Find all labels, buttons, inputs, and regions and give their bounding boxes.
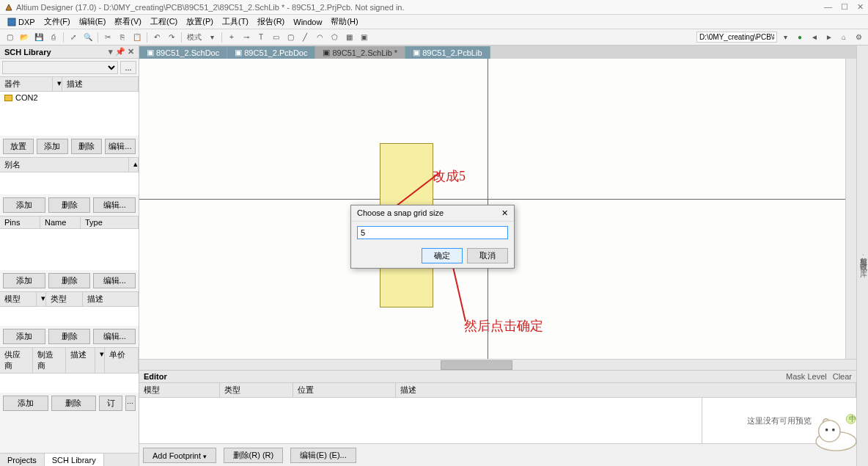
tab-pcbdoc[interactable]: ▣89C51_2.PcbDoc: [227, 46, 315, 59]
model-edit-button[interactable]: 编辑...: [93, 329, 136, 344]
editor-edit-button[interactable]: 编辑(E) (E)...: [290, 448, 356, 463]
edit-button[interactable]: 编辑...: [105, 139, 136, 154]
add-button[interactable]: 添加: [37, 139, 67, 154]
copy-icon[interactable]: ⎘: [116, 31, 129, 44]
tab-pcblib[interactable]: ▣89C51_2.PcbLib: [405, 46, 490, 59]
col-pins: Pins: [0, 216, 40, 228]
supplier-opts-button[interactable]: ⋯: [125, 396, 136, 411]
canvas-h-scrollbar[interactable]: [139, 359, 856, 370]
model-add-button[interactable]: 添加: [3, 329, 45, 344]
col-model-type: 类型: [46, 292, 83, 306]
scroll-up-icon[interactable]: ▴: [129, 158, 139, 172]
model-delete-button[interactable]: 删除: [48, 329, 91, 344]
minimize-button[interactable]: —: [824, 2, 832, 12]
ecol-location: 位置: [293, 383, 396, 397]
tool-plus-icon[interactable]: +: [225, 31, 238, 44]
tool-rect-icon[interactable]: ▢: [284, 31, 297, 44]
clear-button[interactable]: Clear: [833, 372, 852, 381]
ok-button[interactable]: 确定: [422, 248, 463, 263]
tab-sch-library[interactable]: SCH Library: [45, 454, 104, 466]
sort-icon[interactable]: ▾: [53, 77, 62, 91]
zoom-area-icon[interactable]: 🔍: [81, 31, 95, 44]
editor-remove-button[interactable]: 删除(R) (R): [224, 448, 284, 463]
sort-icon[interactable]: ▾: [37, 292, 46, 306]
tab-schlib[interactable]: ▣89C51_2.SchLib *: [315, 46, 405, 59]
pin-delete-button[interactable]: 删除: [48, 273, 91, 288]
menu-place[interactable]: 放置(P): [182, 16, 218, 27]
menu-tools[interactable]: 工具(T): [218, 16, 253, 27]
close-button[interactable]: ✕: [857, 2, 864, 12]
print-icon[interactable]: ⎙: [47, 31, 60, 44]
add-footprint-button[interactable]: Add Footprint: [143, 448, 216, 463]
menu-window[interactable]: Window: [289, 18, 326, 26]
component-row[interactable]: CON2: [0, 92, 139, 103]
redo-icon[interactable]: ↷: [165, 31, 178, 44]
tab-projects[interactable]: Projects: [0, 454, 45, 466]
pin-edit-button[interactable]: 编辑...: [93, 273, 136, 288]
cut-icon[interactable]: ✂: [101, 31, 114, 44]
save-icon[interactable]: 💾: [32, 31, 45, 44]
supplier-delete-button[interactable]: 删除: [51, 396, 97, 411]
pins-list[interactable]: [0, 229, 139, 270]
delete-button[interactable]: 删除: [71, 139, 102, 154]
supplier-order-button[interactable]: 订: [99, 396, 122, 411]
panel-pin-icon[interactable]: 📌: [115, 47, 125, 57]
panel-close-icon[interactable]: ✕: [128, 47, 134, 57]
menu-report[interactable]: 报告(R): [253, 16, 289, 27]
path-input[interactable]: [696, 32, 777, 43]
tab-schdoc[interactable]: ▣89C51_2.SchDoc: [139, 46, 227, 59]
supplier-add-button[interactable]: 添加: [3, 396, 48, 411]
zoom-fit-icon[interactable]: ⤢: [67, 31, 80, 44]
maximize-button[interactable]: ☐: [841, 2, 848, 12]
panel-menu-icon[interactable]: ▾: [108, 47, 113, 57]
mode-dropdown-icon[interactable]: ▾: [205, 31, 218, 44]
open-icon[interactable]: 📂: [18, 31, 31, 44]
alias-add-button[interactable]: 添加: [3, 197, 45, 213]
alias-delete-button[interactable]: 删除: [48, 197, 91, 213]
menu-project[interactable]: 工程(C): [146, 16, 182, 27]
alias-list[interactable]: [0, 172, 139, 194]
library-filter-select[interactable]: [2, 61, 118, 74]
alias-edit-button[interactable]: 编辑...: [93, 197, 136, 213]
tool-pin-icon[interactable]: ⊸: [240, 31, 253, 44]
tool-array-icon[interactable]: ▦: [342, 31, 356, 44]
new-icon[interactable]: ▢: [3, 31, 16, 44]
path-dropdown-icon[interactable]: ▾: [779, 31, 792, 44]
paste-icon[interactable]: 📋: [130, 31, 144, 44]
nav-fwd-icon[interactable]: ►: [823, 31, 836, 44]
pin-add-button[interactable]: 添加: [3, 273, 45, 288]
schematic-canvas[interactable]: 改成5 然后点击确定 Choose a snap grid size ✕ 确定 …: [139, 59, 856, 359]
sort-icon[interactable]: ▾: [95, 348, 105, 373]
dxp-menu[interactable]: DXP: [3, 18, 40, 26]
undo-icon[interactable]: ↶: [150, 31, 163, 44]
home-icon[interactable]: ⌂: [837, 31, 850, 44]
editor-preview: 这里没有可用预览: [702, 398, 856, 443]
folder-icon: [4, 95, 12, 101]
dialog-close-icon[interactable]: ✕: [501, 208, 508, 218]
nav-back-icon[interactable]: ◄: [808, 31, 821, 44]
mode-label[interactable]: 模式: [185, 31, 204, 44]
tool-text-icon[interactable]: T: [254, 31, 268, 44]
tool-line-icon[interactable]: ╱: [298, 31, 312, 44]
refresh-icon[interactable]: ●: [793, 31, 806, 44]
right-dock-strip[interactable]: 剪贴板 · 收藏 · 库: [856, 45, 868, 466]
menu-help[interactable]: 帮助(H): [326, 16, 362, 27]
mask-level-button[interactable]: Mask Level: [786, 372, 827, 381]
tool-part-icon[interactable]: ▣: [357, 31, 370, 44]
grid-size-input[interactable]: [357, 226, 508, 239]
model-list[interactable]: [0, 307, 139, 326]
menu-edit[interactable]: 编辑(E): [75, 16, 111, 27]
supplier-list[interactable]: [0, 374, 139, 393]
editor-model-list[interactable]: [139, 398, 702, 443]
library-options-button[interactable]: ...: [120, 61, 136, 74]
settings-icon[interactable]: ⚙: [852, 31, 865, 44]
menu-file[interactable]: 文件(F): [40, 16, 75, 27]
tool-poly-icon[interactable]: ⬠: [328, 31, 341, 44]
component-list[interactable]: CON2: [0, 92, 139, 136]
canvas-v-scrollbar[interactable]: [845, 59, 856, 359]
tool-net-icon[interactable]: ▭: [269, 31, 282, 44]
tool-arc-icon[interactable]: ◠: [313, 31, 326, 44]
place-button[interactable]: 放置: [3, 139, 34, 154]
cancel-button[interactable]: 取消: [467, 248, 508, 263]
menu-view[interactable]: 察看(V): [110, 16, 146, 27]
